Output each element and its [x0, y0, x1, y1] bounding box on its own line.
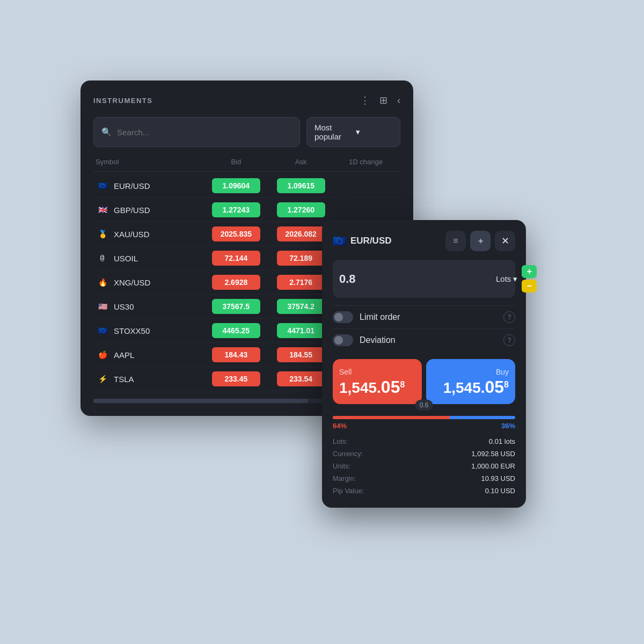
ask-badge: 1.27260 — [277, 202, 325, 217]
bid-cell: 37567.5 — [203, 299, 268, 314]
buy-price-sub: 05 — [485, 377, 504, 397]
info-table: Lots: 0.01 lots Currency: 1,092.58 USD U… — [333, 435, 515, 497]
ask-cell: 1.27260 — [268, 202, 333, 217]
symbol-name: AAPL — [114, 350, 134, 360]
close-button[interactable]: ✕ — [495, 231, 515, 251]
bid-badge: 4465.25 — [212, 323, 260, 338]
ask-cell: 1.09615 — [268, 178, 333, 193]
symbol-cell: 🇪🇺 STOXX50 — [96, 324, 203, 338]
ask-badge: 4471.01 — [277, 323, 325, 338]
symbol-name: STOXX50 — [114, 326, 150, 335]
trade-buttons: Sell 1,545.058 Buy 1,545.058 0.6 — [333, 359, 515, 404]
limit-order-help-icon[interactable]: ? — [503, 311, 515, 323]
ask-badge: 2.7176 — [277, 275, 325, 290]
deviation-help-icon[interactable]: ? — [503, 334, 515, 346]
symbol-name: EUR/USD — [114, 181, 150, 191]
flag-icon: 🇪🇺 — [96, 324, 109, 338]
bid-cell: 184.43 — [203, 347, 268, 362]
buy-price-main: 1,545. — [443, 379, 485, 396]
bid-cell: 1.27243 — [203, 202, 268, 217]
deviation-toggle[interactable] — [333, 334, 353, 346]
sentiment-bar — [333, 416, 515, 419]
flag-icon: 🔥 — [96, 275, 109, 289]
info-row: Margin: 10.93 USD — [333, 472, 515, 485]
col-ask: Ask — [268, 158, 333, 166]
info-value: 0.01 lots — [489, 437, 515, 445]
symbol-cell: ⚡ TSLA — [96, 372, 203, 386]
sell-percentage: 64% — [333, 422, 347, 430]
lot-increment-button[interactable]: + — [522, 265, 537, 278]
bid-badge: 1.27243 — [212, 202, 260, 217]
bid-cell: 233.45 — [203, 371, 268, 386]
bid-cell: 2025.835 — [203, 226, 268, 241]
scene: INSTRUMENTS ⋮ ⊞ ‹ 🔍 Most popular ▾ Symbo… — [59, 59, 585, 585]
bid-cell: 2.6928 — [203, 275, 268, 290]
buy-price-sup: 8 — [504, 380, 509, 389]
trade-symbol: EUR/USD — [350, 236, 392, 246]
sell-price-main: 1,545. — [339, 379, 381, 396]
collapse-button[interactable]: ‹ — [397, 96, 400, 105]
panel-header-icons: ⋮ ⊞ ‹ — [360, 96, 400, 105]
ask-badge: 1.09615 — [277, 178, 325, 193]
lot-decrement-button[interactable]: − — [522, 280, 537, 292]
symbol-cell: 🛢 USOIL — [96, 251, 203, 265]
grid-view-button[interactable]: ⊞ — [379, 96, 387, 105]
symbol-cell: 🔥 XNG/USD — [96, 275, 203, 289]
bid-badge: 184.43 — [212, 347, 260, 362]
lot-unit-chevron: ▾ — [513, 274, 517, 284]
ask-badge: 233.54 — [277, 371, 325, 386]
lot-unit-label: Lots — [496, 274, 511, 283]
sell-sentiment-bar — [333, 416, 450, 419]
more-options-button[interactable]: ⋮ — [360, 96, 370, 105]
info-row: Units: 1,000.00 EUR — [333, 460, 515, 472]
lot-unit-group[interactable]: Lots ▾ — [496, 274, 517, 284]
sparkle-button[interactable]: ✦ — [470, 231, 491, 251]
table-row[interactable]: 🇬🇧 GBP/USD 1.27243 1.27260 — [93, 198, 400, 222]
trade-header: 🇪🇺 EUR/USD ≡ ✦ ✕ — [333, 231, 515, 251]
info-value: 0.10 USD — [485, 487, 515, 495]
symbol-name: XNG/USD — [114, 278, 150, 287]
search-box[interactable]: 🔍 — [93, 117, 300, 147]
bid-cell: 72.144 — [203, 251, 268, 266]
table-row[interactable]: 🇪🇺 EUR/USD 1.09604 1.09615 — [93, 174, 400, 198]
bid-badge: 72.144 — [212, 251, 260, 266]
flag-icon: 🇺🇸 — [96, 299, 109, 313]
bid-badge: 233.45 — [212, 371, 260, 386]
deviation-label: Deviation — [360, 335, 497, 345]
ask-badge: 72.189 — [277, 251, 325, 266]
col-bid: Bid — [203, 158, 268, 166]
info-value: 10.93 USD — [481, 474, 515, 482]
sell-price-sup: 8 — [400, 380, 405, 389]
ask-badge: 184.55 — [277, 347, 325, 362]
info-label: Currency: — [333, 450, 363, 458]
ask-badge: 37574.2 — [277, 299, 325, 314]
settings-button[interactable]: ≡ — [445, 231, 466, 251]
lot-input[interactable] — [339, 272, 492, 286]
buy-button[interactable]: Buy 1,545.058 — [426, 359, 515, 404]
symbol-cell: 🍎 AAPL — [96, 348, 203, 362]
info-label: Units: — [333, 462, 350, 470]
symbol-name: US30 — [114, 302, 134, 311]
info-label: Lots: — [333, 437, 348, 445]
limit-order-toggle[interactable] — [333, 311, 353, 323]
sell-price-sub: 05 — [381, 377, 400, 397]
bid-badge: 37567.5 — [212, 299, 260, 314]
buy-price: 1,545.058 — [443, 379, 509, 396]
trade-panel: 🇪🇺 EUR/USD ≡ ✦ ✕ Lots ▾ + − Limit order — [322, 220, 526, 508]
flag-icon: 🍎 — [96, 348, 109, 362]
search-input[interactable] — [117, 128, 292, 137]
spread-bubble: 0.6 — [415, 400, 433, 411]
table-header: Symbol Bid Ask 1D change — [93, 158, 400, 172]
symbol-cell: 🥇 XAU/USD — [96, 227, 203, 241]
trade-header-actions: ≡ ✦ ✕ — [445, 231, 515, 251]
symbol-cell: 🇪🇺 EUR/USD — [96, 179, 203, 193]
chevron-down-icon: ▾ — [356, 127, 393, 137]
bid-cell: 4465.25 — [203, 323, 268, 338]
sentiment-labels: 64% 36% — [333, 422, 515, 430]
filter-dropdown[interactable]: Most popular ▾ — [306, 117, 400, 147]
trade-title-group: 🇪🇺 EUR/USD — [333, 235, 392, 247]
search-filter-row: 🔍 Most popular ▾ — [93, 117, 400, 147]
bid-badge: 2025.835 — [212, 226, 260, 241]
deviation-row: Deviation ? — [333, 328, 515, 352]
sell-button[interactable]: Sell 1,545.058 — [333, 359, 422, 404]
